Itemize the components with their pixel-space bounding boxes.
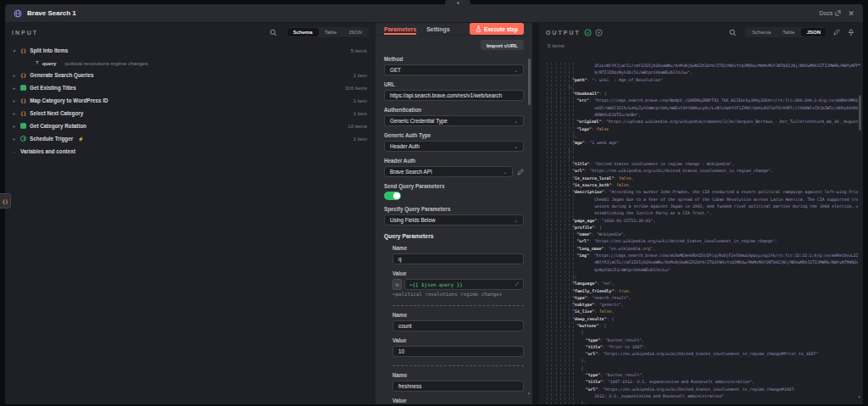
output-code-line: 25zLnNlYXJjaC5i/cmF2ZS5jb20vaWNv/bnMvNjQ…	[539, 63, 858, 70]
output-mode-json[interactable]: JSON	[801, 28, 826, 36]
expression-toggle[interactable]: fx	[392, 279, 402, 290]
output-mode-table[interactable]: Table	[776, 28, 800, 36]
indent-guide	[573, 63, 574, 404]
node-globe-icon	[14, 9, 22, 18]
output-code-line: "url": "https://en.wikipedia.org/wiki/Un…	[539, 238, 858, 245]
code-icon: {}	[20, 97, 26, 103]
generic-auth-type-select[interactable]: Header Auth ⌄	[384, 141, 524, 152]
output-code-line: "family_friendly": true,	[539, 288, 858, 295]
chevron-right-icon[interactable]: ▸	[12, 98, 17, 103]
param2-name-input[interactable]: count	[392, 320, 524, 331]
chevron-right-icon[interactable]: ›	[12, 149, 17, 154]
param1-value-label: Value	[392, 270, 524, 276]
input-tree-node[interactable]: ▸{}Generate Search Queries1 item	[12, 69, 369, 81]
run-success-icon	[584, 29, 592, 36]
param2-value-input[interactable]: 10	[392, 346, 524, 357]
execute-step-button[interactable]: Execute step	[470, 23, 524, 35]
indent-guide	[551, 63, 552, 404]
send-query-params-toggle[interactable]	[384, 192, 401, 200]
output-code-line: "url": "https://en.wikipedia.org/wiki/Un…	[539, 351, 858, 358]
docs-link[interactable]: Docs	[820, 10, 842, 16]
scroll-down-icon[interactable]: ▼	[858, 396, 861, 400]
param-divider	[392, 305, 524, 306]
input-tree-node[interactable]: ›Variables and context	[12, 145, 369, 158]
authentication-select[interactable]: Generic Credential Type ⌄	[384, 115, 524, 126]
chevron-right-icon[interactable]: ▸	[12, 124, 17, 129]
input-mode-schema[interactable]: Schema	[287, 28, 319, 36]
param3-name-input[interactable]: freshness	[392, 381, 524, 392]
chevron-right-icon[interactable]: ▸	[12, 136, 17, 142]
input-mode-json[interactable]: JSON	[342, 28, 368, 36]
input-tree-node[interactable]: ▸{}Map Category to WordPress ID1 item	[12, 94, 369, 107]
output-code-line: "url": "https://en.wikipedia.org/wiki/Un…	[539, 168, 858, 175]
scroll-up-icon[interactable]: ▲	[858, 63, 861, 67]
panel-resize-gutter[interactable]	[532, 23, 539, 404]
input-tree-node[interactable]: ▸Get Existing Titles316 items	[12, 81, 369, 94]
output-code-line: "logo": false	[539, 126, 858, 133]
input-panel-header: INPUT Schema Table JSON	[5, 23, 376, 41]
output-mode-schema[interactable]: Schema	[746, 28, 776, 36]
node-label: Select Next Category	[30, 110, 83, 116]
params-scrollbar[interactable]	[528, 58, 531, 105]
chevron-down-icon[interactable]: ▾	[12, 48, 17, 53]
indent-guide	[560, 63, 561, 404]
close-icon[interactable]: ✕	[848, 9, 854, 18]
run-info-icon[interactable]	[595, 29, 603, 36]
expression-preview: =political revolutions regime changes	[392, 292, 524, 297]
input-tree-node[interactable]: ▸Schedule Trigger⚡1 item	[12, 132, 369, 145]
output-scrollbar[interactable]	[859, 95, 861, 131]
input-tree-node[interactable]: ▸Get Category Rotation10 items	[12, 120, 369, 132]
method-select[interactable]: GET ⌄	[384, 64, 524, 75]
params-form: Import cURL Method GET ⌄ URL https://api…	[376, 36, 532, 404]
input-search-icon[interactable]	[269, 27, 279, 37]
item-count: 5 items	[351, 48, 369, 53]
input-tree-node[interactable]: ▸{}Select Next Category1 item	[12, 107, 369, 120]
scroll-down-icon[interactable]: ▼	[527, 392, 531, 397]
expand-expression-icon[interactable]: ⤢	[515, 281, 519, 287]
item-count: 1 item	[353, 136, 369, 142]
output-code-line: "title": "Prior to 1887",	[539, 344, 858, 351]
input-panel: INPUT Schema Table JSON ▾{}Split Into It…	[5, 23, 376, 404]
input-tree-field[interactable]: Tquerypolitical revolutions regime chang…	[12, 57, 369, 69]
input-tree-node[interactable]: ▾{}Split Into Items5 items	[12, 44, 369, 57]
output-code-line: "name": "Wikipedia",	[539, 231, 858, 238]
output-code-line: "is_source_local": false,	[539, 175, 858, 182]
output-code-line: "profile": {	[539, 225, 858, 231]
url-input[interactable]: https://api.search.brave.com/res/v1/web/…	[384, 90, 524, 101]
edit-credential-icon[interactable]	[517, 169, 524, 175]
output-panel-label: OUTPUT	[546, 30, 581, 36]
toggle-knob	[393, 192, 400, 199]
output-code-line: "long_name": "en.wikipedia.org",	[539, 246, 858, 253]
output-code-line: },	[539, 358, 858, 364]
output-code-line: "src": "https://imgs.search.brave.com/Nm…	[539, 97, 858, 104]
tab-parameters[interactable]: Parameters	[384, 23, 416, 35]
specify-query-params-label: Specify Query Parameters	[384, 206, 524, 212]
chevron-right-icon[interactable]: ▸	[12, 111, 17, 116]
output-code-line: "language": "en",	[539, 281, 858, 287]
query-parameters-group: Name q Value fx ={{ $json.query }} ⤢ =po…	[384, 245, 524, 404]
node-label: Schedule Trigger	[30, 136, 73, 142]
output-search-icon[interactable]	[727, 27, 737, 37]
item-count: 1 item	[353, 73, 369, 78]
collapsed-panel-badge[interactable]: {}	[0, 193, 11, 209]
param1-name-input[interactable]: q	[392, 253, 524, 264]
specify-query-params-select[interactable]: Using Fields Below ⌄	[384, 214, 524, 225]
credential-select[interactable]: Brave Search API ⌄	[384, 166, 513, 177]
chevron-down-icon: ⌄	[514, 143, 518, 149]
output-code-line: "page_age": "2026-01-15T21:28:01",	[539, 218, 858, 225]
output-code-line: unions during a strike against Jagan in …	[539, 203, 858, 210]
edit-output-icon[interactable]	[832, 27, 842, 37]
param1-value-input[interactable]: ={{ $json.query }} ⤢	[404, 279, 524, 290]
import-curl-button[interactable]: Import cURL	[481, 40, 524, 50]
chevron-right-icon[interactable]: ▸	[12, 86, 17, 91]
external-link-icon	[835, 10, 841, 16]
generic-auth-type-label: Generic Auth Type	[384, 132, 524, 138]
input-mode-table[interactable]: Table	[319, 28, 342, 36]
tab-settings[interactable]: Settings	[426, 23, 450, 35]
pin-data-icon[interactable]	[846, 27, 856, 37]
chevron-right-icon[interactable]: ▸	[12, 73, 17, 78]
node-label: Split Into Items	[30, 47, 68, 53]
authentication-label: Authentication	[384, 107, 524, 113]
node-detail-view: Brave Search 1 Docs ✕ INPUT Schema Table…	[0, 0, 868, 406]
code-icon: {}	[20, 72, 26, 78]
